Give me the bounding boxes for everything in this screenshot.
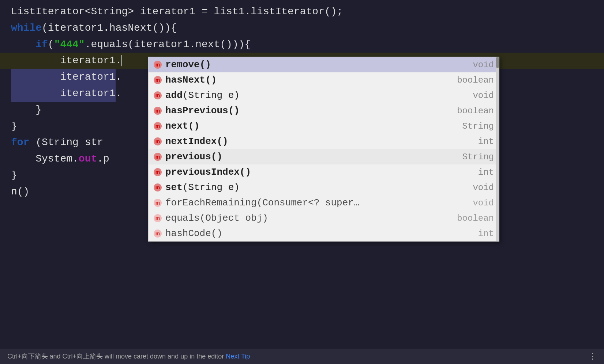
method-icon: m — [154, 214, 162, 222]
autocomplete-item-hasnext[interactable]: m hasNext() boolean — [149, 72, 499, 88]
scrollbar-thumb[interactable] — [496, 57, 499, 68]
method-name: forEachRemaining(Consumer<? super… — [165, 197, 450, 208]
method-name: remove() — [165, 59, 450, 70]
autocomplete-item-equals[interactable]: m equals(Object obj) boolean — [149, 211, 499, 226]
return-type: void — [450, 60, 494, 70]
autocomplete-item-previous[interactable]: m previous() String — [149, 149, 499, 164]
method-name: hasNext() — [165, 75, 450, 86]
method-icon: m — [154, 153, 162, 161]
next-tip-link[interactable]: Next Tip — [226, 353, 250, 360]
method-name: set(String e) — [165, 182, 450, 193]
return-type: boolean — [450, 75, 494, 85]
method-name: previous() — [165, 151, 450, 162]
editor-area: ListIterator<String> iterator1 = list1.l… — [0, 0, 604, 364]
return-type: int — [450, 167, 494, 177]
code-line: ListIterator<String> iterator1 = list1.l… — [0, 4, 604, 20]
method-icon: m — [154, 230, 162, 238]
method-icon: m — [154, 122, 162, 130]
status-hint: Ctrl+向下箭头 and Ctrl+向上箭头 will move caret … — [7, 352, 224, 361]
method-name: next() — [165, 121, 450, 132]
autocomplete-popup: m remove() void m hasNext() boolean m ad… — [148, 57, 499, 242]
return-type: String — [450, 152, 494, 162]
method-icon: m — [154, 199, 162, 207]
method-name: hasPrevious() — [165, 105, 450, 116]
method-name: previousIndex() — [165, 167, 450, 178]
autocomplete-item-hasprevious[interactable]: m hasPrevious() boolean — [149, 103, 499, 118]
return-type: boolean — [450, 106, 494, 116]
method-icon: m — [154, 183, 162, 192]
return-type: void — [450, 91, 494, 101]
autocomplete-item-next[interactable]: m next() String — [149, 118, 499, 134]
method-name: hashCode() — [165, 228, 450, 239]
autocomplete-scrollbar[interactable] — [496, 57, 499, 241]
autocomplete-item-hashcode[interactable]: m hashCode() int — [149, 226, 499, 241]
method-icon: m — [154, 107, 162, 115]
status-bar: Ctrl+向下箭头 and Ctrl+向上箭头 will move caret … — [0, 349, 604, 364]
return-type: int — [450, 137, 494, 147]
autocomplete-item-remove[interactable]: m remove() void — [149, 57, 499, 72]
method-name: equals(Object obj) — [165, 213, 450, 224]
method-icon: m — [154, 168, 162, 176]
autocomplete-item-add[interactable]: m add(String e) void — [149, 88, 499, 103]
menu-dots-icon[interactable]: ⋮ — [589, 352, 597, 361]
return-type: int — [450, 229, 494, 239]
return-type: void — [450, 183, 494, 193]
method-icon: m — [154, 61, 162, 69]
method-icon: m — [154, 76, 162, 84]
code-line-while: while(iterator1.hasNext()){ — [0, 20, 604, 37]
autocomplete-item-previousindex[interactable]: m previousIndex() int — [149, 164, 499, 180]
method-name: nextIndex() — [165, 136, 450, 147]
method-icon: m — [154, 91, 162, 99]
return-type: boolean — [450, 213, 494, 223]
autocomplete-item-nextindex[interactable]: m nextIndex() int — [149, 134, 499, 149]
code-line-if: if("444".equals(iterator1.next())){ — [0, 37, 604, 53]
method-icon: m — [154, 137, 162, 145]
autocomplete-item-foreachremaining[interactable]: m forEachRemaining(Consumer<? super… voi… — [149, 195, 499, 211]
return-type: void — [450, 198, 494, 208]
autocomplete-item-set[interactable]: m set(String e) void — [149, 180, 499, 195]
return-type: String — [450, 121, 494, 131]
method-name: add(String e) — [165, 90, 450, 101]
